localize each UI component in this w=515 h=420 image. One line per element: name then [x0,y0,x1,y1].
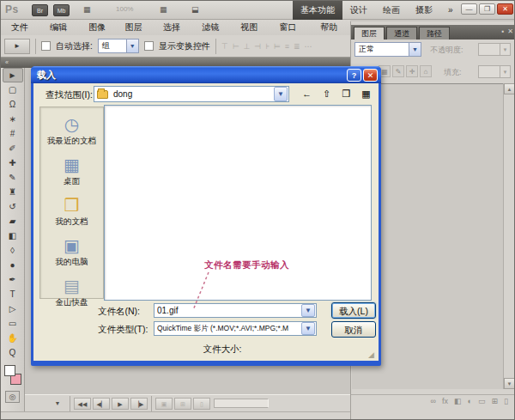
tool-rectangular-marquee[interactable]: ▢ [3,82,23,97]
tool-blur[interactable]: ◊ [3,243,23,258]
close-button[interactable]: ✕ [363,69,378,82]
place-desktop[interactable]: ▦ 桌面 [40,155,103,187]
menu-view[interactable]: 视图(V) [234,20,270,35]
chevron-down-icon[interactable]: ▼ [126,40,138,52]
footer-icon-new-layer[interactable]: ⊞ [492,397,499,410]
tool-lasso[interactable]: Ω [3,97,23,112]
lock-icon-lock-all[interactable]: ⌂ [420,65,432,77]
align-icon-align-right-edges[interactable]: ⊨ [274,42,281,51]
playback-button-play[interactable]: ▶ [112,398,129,410]
zoom-level-value[interactable]: 100% [116,5,133,13]
dialog-titlebar[interactable]: 载入 ? ✕ [31,66,381,83]
nav-icon-back[interactable]: ← [298,86,316,102]
chevron-down-icon[interactable]: ▼ [409,43,421,56]
place-my-documents[interactable]: ❒ 我的文档 [40,195,103,228]
menu-layer[interactable]: 图层(L) [118,20,153,35]
panel-tab-layers[interactable]: 图层 [354,27,385,40]
workspace-tab-design[interactable]: 设计 [342,1,375,20]
help-button[interactable]: ? [347,69,361,82]
window-button-close[interactable]: ✕ [497,3,513,15]
place-my-computer[interactable]: ▣ 我的电脑 [40,235,103,268]
chevron-down-icon[interactable]: ▼ [301,304,315,317]
load-button[interactable]: 载入(L) [331,302,376,319]
align-icon-align-vertical-centers[interactable]: ⊢ [233,42,239,51]
collapse-panels-icon[interactable]: « [5,59,9,65]
place-kuaipan-drive[interactable]: ▤ 金山快盘 [40,276,103,308]
lookin-combo[interactable]: dong ▼ [94,86,289,102]
window-button-restore[interactable]: ❐ [479,3,495,15]
tool-gradient[interactable]: ◧ [3,228,23,243]
filename-input[interactable] [154,305,301,316]
footer-icon-link-layers[interactable]: ∞ [431,397,436,410]
tool-quick-selection[interactable]: ∗ [3,112,23,126]
frame-tool-button-tween[interactable]: ▣ [155,398,173,410]
align-icon-distribute-bottom[interactable]: ⋯ [305,42,312,51]
align-icon-align-left-edges[interactable]: ⊣ [254,42,261,51]
tool-dodge[interactable]: ● [3,258,23,272]
tool-hand[interactable]: ✋ [3,331,23,345]
chevron-down-icon[interactable]: ▼ [301,322,315,335]
tool-spot-healing-brush[interactable]: ✚ [3,155,23,170]
view-extras-icon[interactable]: ▦ [160,5,167,14]
opacity-field[interactable]: ▼ [478,43,511,56]
window-button-minimize[interactable]: — [461,3,477,15]
scroll-up-icon[interactable]: ▲ [504,83,515,94]
nav-icon-view-menu[interactable]: ▦ [357,86,375,102]
tool-zoom[interactable]: Q [3,345,23,360]
mini-bridge-button[interactable]: Mb [53,4,70,16]
footer-icon-layer-group[interactable]: ▭ [478,397,486,410]
show-transform-checkbox[interactable] [144,41,154,51]
menu-window[interactable]: 窗口(W) [274,20,312,35]
arrange-documents-icon[interactable]: ▦ [83,5,91,14]
bridge-button[interactable]: Br [32,4,48,16]
frame-tool-button-duplicate-frame[interactable]: ⊞ [174,398,191,410]
place-recent-documents[interactable]: ◷ 我最近的文档 [40,114,103,147]
auto-select-checkbox[interactable] [41,41,51,51]
tool-clone-stamp[interactable]: ♜ [3,185,23,199]
footer-icon-layer-style[interactable]: fx [442,397,448,410]
quick-mask-button[interactable]: ◎ [5,391,20,403]
footer-icon-add-layer-mask[interactable]: ◧ [454,397,462,410]
workspace-tab-basic-functions[interactable]: 基本功能 [293,1,342,20]
foreground-color-swatch[interactable] [4,365,15,376]
align-icon-align-horizontal-centers[interactable]: ⊦ [265,42,270,51]
auto-select-target-combo[interactable]: 组 ▼ [98,39,139,53]
workspace-tab-photography[interactable]: 摄影 [408,1,440,20]
tool-path-selection[interactable]: ▷ [3,301,23,316]
nav-icon-new-folder[interactable]: ❒ [337,86,355,102]
align-icon-distribute-top[interactable]: ≡ [285,42,289,51]
tool-rectangle-shape[interactable]: ▭ [3,316,23,331]
filetype-combo[interactable]: QuickTime 影片 (*.MOV;*.AVI;*.MPG;*.M ▼ [154,321,317,336]
frame-tool-button-delete-frame[interactable]: ▯ [193,398,210,410]
menu-file[interactable]: 文件(F) [5,20,40,35]
scroll-down-icon[interactable]: ▼ [504,378,515,389]
layers-scrollbar[interactable]: ▲ ▼ [503,83,515,389]
align-icon-align-bottom-edges[interactable]: ⊥ [243,42,250,51]
playback-button-rewind[interactable]: ◀◀ [74,398,91,410]
screen-mode-icon[interactable]: ⬓ [191,5,199,14]
workspace-tab-more[interactable]: » [440,1,461,20]
workspace-tab-painting[interactable]: 绘画 [375,1,408,20]
tool-eraser[interactable]: ▰ [3,214,23,228]
cancel-button[interactable]: 取消 [331,321,376,338]
panel-mini-icon-panel-collapse[interactable]: ▪ [501,27,504,36]
tool-move[interactable]: ► [3,68,23,82]
menu-select[interactable]: 选择(S) [157,20,192,35]
lock-icon-lock-image-pixels[interactable]: ✎ [392,65,404,77]
chevron-down-icon[interactable]: ▼ [274,87,288,101]
tool-history-brush[interactable]: ↺ [3,199,23,214]
menu-help[interactable]: 帮助(H) [314,20,350,35]
align-icon-distribute-middle[interactable]: ≣ [294,42,300,51]
footer-icon-adjustment-layer[interactable]: ◐ [468,397,472,410]
playback-button-step-forward[interactable]: ▕▶ [130,398,148,410]
menu-image[interactable]: 图像(I) [82,20,115,35]
panel-tab-paths[interactable]: 路径 [419,27,450,40]
tool-type[interactable]: T [3,287,23,301]
tool-preset-picker[interactable]: ► [4,39,30,54]
menu-filter[interactable]: 滤镜(T) [196,20,231,35]
fill-field[interactable]: ▼ [478,65,511,78]
lock-icon-lock-position[interactable]: ✛ [406,65,418,77]
menu-edit[interactable]: 编辑(E) [44,20,79,35]
tool-eyedropper[interactable]: ✐ [3,141,23,155]
align-icon-align-top-edges[interactable]: ⊤ [221,42,228,51]
